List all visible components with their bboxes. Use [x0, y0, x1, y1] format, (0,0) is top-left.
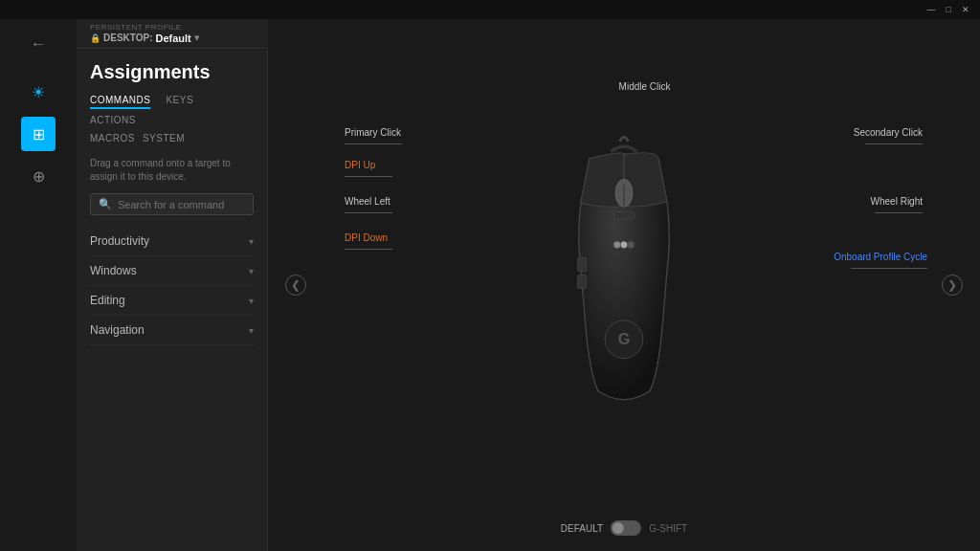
label-dpi-down: DPI Down: [345, 228, 392, 250]
chevron-down-icon: ▾: [249, 296, 254, 306]
chevron-down-icon: ▾: [249, 236, 254, 247]
main-content: ❮ ❯: [268, 19, 980, 551]
chevron-right-icon: ❯: [947, 278, 957, 292]
panel-tabs-row2: MACROS SYSTEM: [90, 131, 254, 145]
category-label-productivity: Productivity: [90, 234, 149, 248]
chevron-down-icon: ▾: [249, 325, 254, 336]
label-secondary-click: Secondary Click: [854, 122, 923, 144]
tab-system[interactable]: SYSTEM: [143, 131, 185, 145]
bottom-toggle: DEFAULT G-SHIFT: [561, 520, 687, 536]
svg-point-5: [628, 241, 635, 248]
tab-keys[interactable]: KEYS: [166, 93, 193, 109]
svg-rect-7: [577, 275, 586, 288]
label-onboard-profile: Onboard Profile Cycle: [834, 247, 927, 269]
title-bar: — □ ✕: [0, 0, 980, 19]
panel-title: Assignments: [90, 61, 254, 83]
search-icon: 🔍: [99, 198, 112, 210]
label-dpi-up: DPI Up: [345, 155, 392, 177]
chevron-down-icon: ▾: [249, 266, 254, 276]
mouse-diagram: G: [538, 131, 710, 428]
category-label-windows: Windows: [90, 264, 137, 277]
profile-bar-label: PERSISTENT PROFILE: [90, 23, 255, 32]
profile-bar: PERSISTENT PROFILE 🔒 DESKTOP: Default ▾: [77, 19, 268, 49]
category-productivity[interactable]: Productivity ▾: [90, 227, 254, 256]
sidebar-icon-crosshair[interactable]: ⊕: [21, 159, 56, 193]
maximize-button[interactable]: □: [942, 3, 955, 16]
prev-button[interactable]: ❮: [285, 275, 306, 296]
lock-icon: 🔒: [90, 33, 100, 43]
profile-chevron-icon[interactable]: ▾: [194, 32, 200, 44]
svg-text:G: G: [618, 330, 631, 347]
label-wheel-right: Wheel Right: [871, 191, 923, 213]
category-editing[interactable]: Editing ▾: [90, 286, 254, 316]
panel-tabs-row1: COMMANDS KEYS ACTIONS: [90, 93, 254, 127]
gshift-toggle[interactable]: [611, 520, 641, 536]
tab-actions[interactable]: ACTIONS: [90, 113, 136, 127]
search-input[interactable]: [118, 199, 245, 210]
default-label: DEFAULT: [561, 523, 603, 534]
next-button[interactable]: ❯: [942, 275, 963, 296]
search-box[interactable]: 🔍: [90, 193, 254, 215]
label-middle-click: Middle Click: [619, 77, 671, 94]
category-label-navigation: Navigation: [90, 323, 145, 337]
svg-rect-6: [577, 257, 586, 271]
category-label-editing: Editing: [90, 294, 125, 307]
icon-sidebar: ← ☀ ⊞ ⊕: [0, 19, 77, 551]
svg-rect-2: [613, 212, 635, 219]
gshift-label: G-SHIFT: [649, 523, 687, 534]
category-navigation[interactable]: Navigation ▾: [90, 316, 254, 345]
toggle-knob: [612, 522, 624, 534]
label-wheel-left: Wheel Left: [345, 191, 392, 213]
assignments-panel: Assignments COMMANDS KEYS ACTIONS MACROS…: [77, 50, 268, 551]
close-button[interactable]: ✕: [959, 3, 972, 16]
category-windows[interactable]: Windows ▾: [90, 256, 254, 286]
sidebar-icon-grid[interactable]: ⊞: [21, 117, 56, 151]
chevron-left-icon: ❮: [291, 278, 301, 292]
label-primary-click: Primary Click: [345, 122, 402, 144]
desktop-label: DESKTOP:: [103, 33, 153, 43]
tab-macros[interactable]: MACROS: [90, 131, 135, 145]
svg-point-4: [620, 241, 627, 248]
drag-hint: Drag a command onto a target to assign i…: [90, 157, 254, 184]
sidebar-icon-sun[interactable]: ☀: [21, 75, 56, 109]
mouse-area: ❮ ❯: [268, 19, 980, 551]
tab-commands[interactable]: COMMANDS: [90, 93, 150, 109]
back-button[interactable]: ←: [23, 29, 54, 59]
minimize-button[interactable]: —: [924, 3, 938, 16]
profile-default-label: Default: [156, 33, 191, 44]
svg-point-3: [613, 241, 620, 248]
profile-name: 🔒 DESKTOP: Default ▾: [90, 32, 255, 44]
